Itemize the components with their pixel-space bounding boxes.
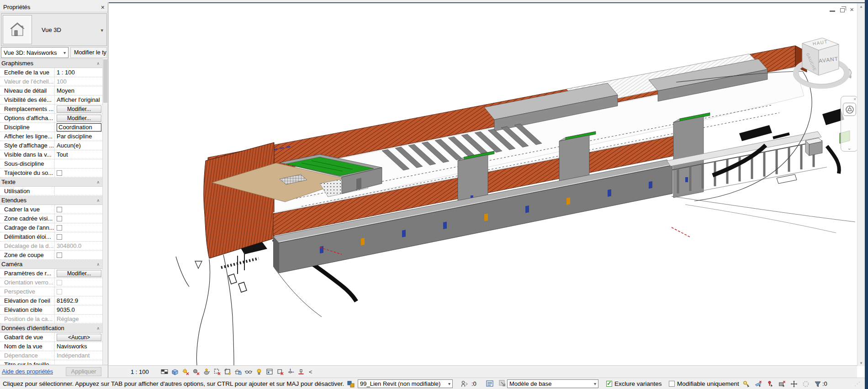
collapse-icon[interactable]: ∧ [96,262,100,267]
modify-button[interactable]: <Aucun> [57,334,101,341]
displacement-sets-icon[interactable] [285,367,296,377]
property-value[interactable]: Indépendant [57,352,90,359]
property-value[interactable]: 100 [57,78,67,85]
view-selector-combo[interactable]: Vue 3D: Navisworks ▾ [1,47,69,58]
head-block-facade[interactable] [204,142,274,258]
visual-style-icon[interactable] [169,367,180,377]
property-checkbox[interactable] [57,225,62,231]
property-checkbox[interactable] [57,170,62,176]
editing-requests-icon[interactable] [460,378,468,389]
property-value[interactable]: 304800.0 [57,242,81,249]
worksharing-display-icon[interactable] [486,378,494,389]
navigation-bar[interactable]: × ⌄ [841,96,858,152]
drawing-area[interactable]: HAUT GAUCHE AVANT × ⌄ × ▴ ▾ 1 : 100 < [109,2,865,378]
checkbox-unchecked-icon[interactable] [669,381,675,387]
panel-scrollbar-thumb[interactable] [103,59,107,103]
detail-level-icon[interactable] [159,367,169,377]
cars [228,274,247,292]
property-value[interactable]: Réglage [57,315,79,322]
rendering-dialog-icon[interactable] [201,367,212,377]
property-value[interactable]: 9035.0 [57,306,75,313]
scale-button[interactable]: 1 : 100 [131,368,159,375]
modify-button[interactable]: Modifier... [57,270,101,277]
collapse-icon[interactable]: ∧ [96,198,100,203]
restore-icon[interactable] [840,8,845,12]
exclude-options-checkbox[interactable]: Exclure variantes [606,378,662,389]
select-pinned-elements-icon[interactable] [766,380,774,388]
temporary-view-properties-icon[interactable] [264,367,275,377]
property-checkbox[interactable] [57,252,62,258]
property-checkbox[interactable] [57,216,62,221]
reveal-hidden-elements-icon[interactable] [254,367,264,377]
temporary-hide-isolate-icon[interactable] [243,367,254,377]
analytical-model-icon[interactable] [275,367,285,377]
collapse-arrow-icon[interactable]: < [309,368,312,375]
panel-scrollbar[interactable] [102,58,108,365]
collapse-icon[interactable]: ∧ [96,326,100,331]
editable-only-checkbox[interactable]: Modifiable uniquement [669,378,739,389]
edit-type-button[interactable]: Modifier le type [70,47,107,58]
chevron-down-icon[interactable]: ⌄ [841,145,857,151]
select-elements-by-face-icon[interactable] [778,380,786,388]
property-combo[interactable]: Coordination [57,123,101,131]
close-icon[interactable]: × [101,4,105,11]
modify-button[interactable]: Modifier... [57,115,101,122]
property-checkbox[interactable] [57,280,62,285]
locked-3d-view-icon[interactable] [233,367,243,377]
minimize-icon[interactable] [830,11,835,12]
property-row: Elévation cible9035.0 [0,305,102,315]
modify-button[interactable]: Modifier... [57,105,101,113]
vertical-scrollbar[interactable]: ▴ ▾ [857,3,865,366]
worksets-icon[interactable] [347,378,355,389]
property-checkbox[interactable] [57,289,62,294]
property-label: Zone cadrée visi... [0,214,55,223]
property-label: Gabarit de vue [0,333,55,342]
property-row: Nom de la vueNavisworks [0,342,102,351]
relinquish-icon[interactable] [499,378,507,389]
section-header[interactable]: Graphismes∧ [0,59,102,68]
crop-view-icon[interactable] [212,367,222,377]
active-workset-combo[interactable]: 99_Lien Revit (non modifiable) ▾ [358,379,453,388]
property-value[interactable]: Moyen [57,87,74,94]
checkbox-checked-icon[interactable] [606,381,612,387]
property-value[interactable]: Navisworks [57,343,87,350]
scroll-down-icon[interactable]: ▾ [857,361,865,365]
collapse-icon[interactable]: ∧ [96,61,100,66]
design-option-combo[interactable]: Modèle de base ▾ [507,379,598,388]
collapse-icon[interactable]: ∧ [96,180,100,184]
steering-wheel-icon[interactable] [843,103,856,116]
select-links-icon[interactable] [742,380,750,388]
section-header[interactable]: Etendues∧ [0,196,102,205]
model-3d-view[interactable] [109,3,857,366]
property-checkbox[interactable] [57,234,62,240]
section-header[interactable]: Texte∧ [0,178,102,187]
property-checkbox[interactable] [57,207,62,212]
elevation-marker[interactable] [195,261,202,268]
apply-button[interactable]: Appliquer [66,367,101,376]
property-value[interactable]: Par discipline [57,133,92,140]
sun-path-icon[interactable] [180,367,191,377]
property-row: Trajectoire du so... [0,168,102,178]
property-value[interactable]: Aucun(e) [57,142,81,149]
scroll-up-icon[interactable]: ▴ [857,4,865,9]
drag-elements-on-selection-icon[interactable] [790,380,798,388]
reveal-constraints-icon[interactable] [296,367,306,377]
section-header[interactable]: Données d'identification∧ [0,324,102,333]
shadows-icon[interactable] [191,367,201,377]
show-crop-region-icon[interactable] [222,367,233,377]
filter-icon[interactable] [814,380,821,388]
resize-grip[interactable]: ⋰ [854,378,860,389]
property-value[interactable]: Tout [57,151,68,158]
property-value[interactable]: Afficher l'original [57,96,100,103]
close-icon[interactable]: × [853,97,856,102]
section-header[interactable]: Caméra∧ [0,260,102,269]
close-icon[interactable]: × [850,6,854,13]
properties-help-link[interactable]: Aide des propriétés [2,368,53,375]
select-underlay-elements-icon[interactable] [754,380,762,388]
property-value[interactable]: 1 : 100 [57,69,75,76]
chevron-down-icon[interactable]: ▾ [101,27,103,33]
selection-spinner-icon[interactable] [802,380,810,388]
property-value[interactable]: 81692.9 [57,297,78,304]
type-selector[interactable]: Vue 3D ▾ [1,13,107,46]
active-workset-value: 99_Lien Revit (non modifiable) [360,380,440,387]
